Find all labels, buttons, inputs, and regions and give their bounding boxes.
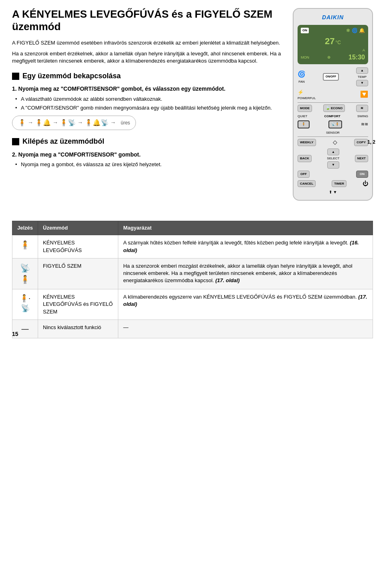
sensor-icon: 📡🧍 bbox=[331, 122, 339, 126]
table-row-icon: 🧍 bbox=[12, 235, 38, 258]
comfort-label: COMFORT bbox=[324, 114, 340, 118]
marker-12: 1, 2 bbox=[367, 139, 375, 146]
weekly-button[interactable]: WEEKLY bbox=[298, 139, 316, 146]
fan-row: 🌀 FAN ON/OFF ▲ TEMP ▼ bbox=[298, 67, 368, 86]
top-section: A KÉNYELMES LEVEGŐFÚVÁS és a FIGYELŐ SZE… bbox=[12, 8, 373, 201]
diamond-icon: ◇ bbox=[333, 138, 337, 146]
sensor-icon-button[interactable]: 📡🧍 bbox=[328, 120, 342, 128]
intro-line1: A FIGYELŐ SZEM üzemmód esetében infravör… bbox=[12, 39, 285, 47]
onoff-col: ON/OFF bbox=[323, 73, 339, 80]
select-down-button[interactable]: ▼ bbox=[327, 161, 339, 169]
table-row: 🧍KÉNYELMES LEVEGŐFÚVÁSA szárnyak hűtés k… bbox=[12, 235, 373, 258]
select-up-button[interactable]: ▲ bbox=[327, 149, 339, 156]
table-row-explanation: — bbox=[118, 319, 373, 338]
flow-person2: 🧍🔔 bbox=[35, 118, 51, 127]
section1-header: Egy üzemmód bekapcsolása bbox=[12, 71, 285, 81]
cancel-timer-row: CANCEL TIMER ⏻ bbox=[298, 180, 368, 188]
swing-icon: ≋ bbox=[361, 106, 363, 110]
display-mon: MON bbox=[301, 55, 309, 60]
powerful-down-icon: 🔽 bbox=[360, 90, 368, 99]
table-row-mode: KÉNYELMES LEVEGŐFÚVÁS bbox=[38, 235, 118, 258]
flow-person1: 🧍 bbox=[18, 118, 26, 127]
next-button[interactable]: NEXT bbox=[355, 155, 368, 162]
temp-down-button[interactable]: ▼ bbox=[356, 80, 368, 86]
bullet2: A "COMFORT/SENSOR" gomb minden megnyomás… bbox=[18, 104, 285, 112]
table-row-mode: FIGYELŐ SZEM bbox=[38, 258, 118, 289]
mode-button[interactable]: MODE bbox=[298, 105, 312, 112]
section2-header: Kilépés az üzemmódból bbox=[12, 136, 285, 146]
off-on-row: OFF ON bbox=[298, 171, 368, 178]
remote-control: DAIKIN ON ❄ 🌀 🔔 27 °C A MON bbox=[293, 8, 373, 201]
intro-line2: Ha a szenzorok embert érzékelnek, akkor … bbox=[12, 50, 285, 65]
display-unit: °C bbox=[336, 39, 341, 46]
powerful-icon: ⚡ bbox=[298, 90, 304, 95]
econo-button[interactable]: 🍃 ECONO bbox=[323, 104, 345, 112]
page-ref: (16. oldal) bbox=[123, 240, 359, 253]
flow-arrow1: → bbox=[28, 119, 33, 127]
page-ref: (17. oldal) bbox=[123, 294, 367, 307]
display-circle: ⊕ bbox=[327, 55, 330, 60]
table-row-explanation: A klímaberendezés egyszerre van KÉNYELME… bbox=[118, 289, 373, 320]
table-section: Jelzés Üzemmód Magyarázat 🧍KÉNYELMES LEV… bbox=[12, 221, 373, 338]
select-label: SELECT bbox=[327, 156, 339, 161]
copy-button[interactable]: COPY bbox=[354, 139, 368, 146]
table-row: 🧍·📡KÉNYELMES LEVEGŐFÚVÁS és FIGYELŐ SZEM… bbox=[12, 289, 373, 320]
flow-empty-label: üres bbox=[121, 120, 130, 126]
modes-table: Jelzés Üzemmód Magyarázat 🧍KÉNYELMES LEV… bbox=[12, 221, 373, 338]
left-content: A KÉNYELMES LEVEGŐFÚVÁS és a FIGYELŐ SZE… bbox=[12, 8, 285, 201]
comfort-person-icon: 🧍 bbox=[302, 122, 306, 126]
table-row-mode: KÉNYELMES LEVEGŐFÚVÁS és FIGYELŐ SZEM bbox=[38, 289, 118, 320]
fan-label: FAN bbox=[298, 79, 306, 84]
sensor-label: SENSOR bbox=[298, 130, 368, 135]
display-sub: A bbox=[301, 48, 365, 53]
remote-wrapper: DAIKIN ON ❄ 🌀 🔔 27 °C A MON bbox=[293, 8, 373, 201]
comfort-sensor-icon: 🧍·📡 bbox=[20, 294, 30, 312]
on-button[interactable]: ON bbox=[356, 171, 368, 178]
remote-display: ON ❄ 🌀 🔔 27 °C A MON ⊕ 15:30 bbox=[298, 25, 368, 65]
quiet-comfort-row: QUIET COMFORT SWING bbox=[298, 114, 368, 118]
sensor-person-icon: 📡🧍 bbox=[20, 264, 30, 284]
comfort-sensor-row: 🧍 📡🧍 ≋≋ bbox=[298, 120, 368, 128]
timer-button[interactable]: TIMER bbox=[332, 180, 346, 187]
comfort-person-icon: 🧍 bbox=[20, 240, 30, 249]
onoff-button[interactable]: ON/OFF bbox=[323, 73, 339, 80]
swing-label: SWING bbox=[357, 114, 368, 118]
fan-col: 🌀 FAN bbox=[298, 70, 306, 84]
powerful-row: ⚡ POWERFUL 🔽 bbox=[298, 88, 368, 101]
display-temp: 27 bbox=[325, 35, 334, 48]
display-on-label: ON bbox=[301, 28, 309, 33]
table-row-explanation: Ha a szenzorok emberi mozgást érzékelnek… bbox=[118, 258, 373, 289]
flow-diagram: 🧍 → 🧍🔔 → 🧍📡 → 🧍🔔📡 → üres bbox=[12, 116, 136, 130]
empty-icon: — bbox=[22, 325, 29, 333]
section2-title: Kilépés az üzemmódból bbox=[22, 136, 104, 146]
cancel-button[interactable]: CANCEL bbox=[298, 180, 316, 187]
table-row-icon: 📡🧍 bbox=[12, 258, 38, 289]
step1: 1. Nyomja meg az "COMFORT/SENSOR" gombot… bbox=[12, 85, 285, 93]
col-uzemmood: Üzemmód bbox=[38, 221, 118, 235]
flow-person4: 🧍🔔📡 bbox=[85, 118, 109, 127]
scroll-indicator: ⬆ ▼ bbox=[298, 189, 368, 195]
fan-icon: 🌀 bbox=[298, 70, 306, 79]
table-header-row: Jelzés Üzemmód Magyarázat bbox=[12, 221, 373, 235]
table-row-mode: Nincs kiválasztott funkció bbox=[38, 319, 118, 338]
page-number: 15 bbox=[12, 330, 18, 338]
step2: 2. Nyomja meg a "COMFORT/SENSOR" gombot. bbox=[12, 151, 285, 159]
mode-row: MODE 🍃 ECONO ≋ bbox=[298, 104, 368, 112]
divider1 bbox=[298, 102, 368, 103]
flow-arrow3: → bbox=[77, 119, 83, 127]
powerful-label: POWERFUL bbox=[298, 96, 316, 100]
weekly-copy-row: WEEKLY ◇ COPY 1, 2 bbox=[298, 138, 368, 146]
off-button[interactable]: OFF bbox=[298, 171, 310, 178]
bullet3: Nyomja meg a gombot, és válassza az üres… bbox=[18, 161, 285, 168]
econo-icon: 🍃 bbox=[326, 106, 330, 110]
section2-icon bbox=[12, 138, 19, 145]
section1-title: Egy üzemmód bekapcsolása bbox=[22, 71, 121, 81]
temp-up-button[interactable]: ▲ bbox=[356, 67, 368, 74]
table-row: —Nincs kiválasztott funkció— bbox=[12, 319, 373, 338]
quiet-label: QUIET bbox=[298, 114, 307, 118]
back-button[interactable]: BACK bbox=[298, 155, 312, 162]
bullet1: A választható üzemmódok az alábbi sorren… bbox=[18, 96, 285, 103]
select-col: ▲ SELECT ▼ bbox=[327, 149, 339, 169]
swing-button[interactable]: ≋ bbox=[356, 105, 368, 112]
comfort-icon-button[interactable]: 🧍 bbox=[298, 120, 310, 128]
